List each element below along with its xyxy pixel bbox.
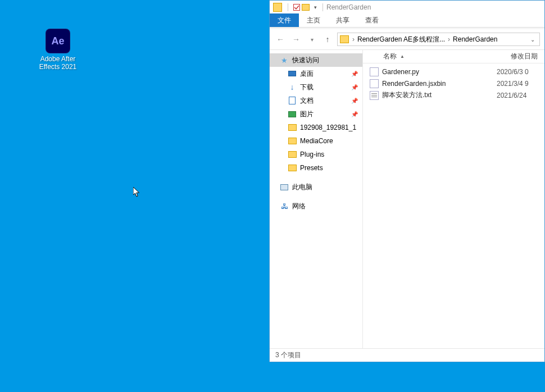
download-icon: ↓ <box>288 83 297 92</box>
sidebar-item-label: 此电脑 <box>292 183 312 192</box>
sidebar-item-label: Presets <box>300 164 323 172</box>
desktop-shortcut-ae[interactable]: Ae Adobe After Effects 2021 <box>35 29 81 71</box>
history-dropdown[interactable]: ▾ <box>306 33 318 45</box>
pin-icon: 📌 <box>351 111 358 117</box>
picture-icon <box>288 110 297 118</box>
file-name: RenderGarden.jsxbin <box>382 80 497 88</box>
tab-view[interactable]: 查看 <box>357 13 387 27</box>
sidebar-item-desktop[interactable]: 桌面 📌 <box>270 67 362 80</box>
sidebar-item-folder[interactable]: Presets <box>270 161 362 175</box>
window-titlebar[interactable]: ▾ RenderGarden <box>270 1 544 13</box>
file-row[interactable]: RenderGarden.jsxbin 2021/3/4 9 <box>363 78 544 89</box>
sidebar-item-label: MediaCore <box>300 137 333 145</box>
file-list-pane: 名称 ▲ 修改日期 Gardener.py 2020/6/3 0 RenderG… <box>363 50 544 348</box>
file-row[interactable]: 脚本安装方法.txt 2021/6/24 <box>363 89 544 101</box>
pin-icon: 📌 <box>351 84 358 90</box>
sidebar-item-label: 网络 <box>292 202 306 211</box>
sidebar-item-folder[interactable]: 192908_192981_19 <box>270 121 362 134</box>
window-title: RenderGarden <box>326 3 371 11</box>
sidebar-item-downloads[interactable]: ↓ 下载 📌 <box>270 80 362 94</box>
folder-icon <box>288 136 297 145</box>
sidebar-item-label: 图片 <box>300 110 314 119</box>
breadcrumb-segment[interactable]: RenderGarden AE多线程渲... <box>356 35 447 44</box>
sidebar-item-label: Plug-ins <box>300 151 324 158</box>
back-button[interactable]: ← <box>274 33 287 45</box>
desktop-icon <box>288 69 297 78</box>
sidebar-item-folder[interactable]: Plug-ins <box>270 148 362 161</box>
chevron-down-icon[interactable]: ⌄ <box>528 37 537 43</box>
file-icon <box>370 79 379 88</box>
status-bar: 3 个项目 <box>270 348 544 362</box>
folder-icon <box>273 3 282 12</box>
folder-icon <box>340 35 349 43</box>
status-text: 3 个项目 <box>275 350 301 360</box>
sidebar-item-quickaccess[interactable]: ★ 快速访问 <box>270 53 362 67</box>
sidebar-item-folder[interactable]: MediaCore <box>270 134 362 148</box>
folder-icon[interactable] <box>302 4 310 11</box>
file-name: 脚本安装方法.txt <box>382 90 497 100</box>
up-button[interactable]: ↑ <box>321 33 334 45</box>
file-date: 2021/3/4 9 <box>497 80 544 88</box>
desktop-shortcut-label: Adobe After Effects 2021 <box>35 55 81 71</box>
navigation-pane: ★ 快速访问 桌面 📌 ↓ 下载 📌 文档 📌 图片 📌 <box>270 50 363 348</box>
navigation-bar: ← → ▾ ↑ › RenderGarden AE多线程渲... › Rende… <box>270 29 544 49</box>
chevron-right-icon[interactable]: › <box>351 35 356 43</box>
pc-icon <box>280 183 289 192</box>
tab-file[interactable]: 文件 <box>270 13 299 27</box>
sidebar-item-label: 下载 <box>300 83 314 92</box>
file-date: 2020/6/3 0 <box>497 68 544 76</box>
mouse-cursor-icon <box>133 187 142 198</box>
sidebar-item-label: 桌面 <box>300 69 314 79</box>
sort-asc-icon: ▲ <box>400 54 405 59</box>
ribbon-tabs: 文件 主页 共享 查看 <box>270 13 544 27</box>
breadcrumb-segment[interactable]: RenderGarden <box>451 35 499 43</box>
sidebar-item-thispc[interactable]: 此电脑 <box>270 180 362 194</box>
checkbox-icon[interactable] <box>293 3 301 11</box>
tab-share[interactable]: 共享 <box>328 13 357 27</box>
chevron-down-icon[interactable]: ▾ <box>314 4 317 10</box>
tab-home[interactable]: 主页 <box>299 13 328 27</box>
folder-icon <box>288 150 297 159</box>
forward-button[interactable]: → <box>290 33 302 45</box>
folder-icon <box>288 163 297 172</box>
network-icon: 🖧 <box>280 202 289 211</box>
chevron-right-icon[interactable]: › <box>447 35 451 43</box>
sidebar-item-label: 192908_192981_19 <box>300 124 356 131</box>
column-header-name[interactable]: 名称 ▲ <box>363 52 504 61</box>
star-icon: ★ <box>280 56 289 65</box>
file-icon <box>370 67 379 76</box>
file-date: 2021/6/24 <box>497 92 544 99</box>
file-list: Gardener.py 2020/6/3 0 RenderGarden.jsxb… <box>363 63 544 348</box>
sidebar-item-label: 快速访问 <box>292 56 319 65</box>
column-headers: 名称 ▲ 修改日期 <box>363 50 544 63</box>
address-bar[interactable]: › RenderGarden AE多线程渲... › RenderGarden … <box>337 33 540 46</box>
sidebar-item-documents[interactable]: 文档 📌 <box>270 94 362 107</box>
file-explorer-window: ▾ RenderGarden 文件 主页 共享 查看 ← → ▾ ↑ › Ren… <box>269 0 545 362</box>
pin-icon: 📌 <box>351 71 358 77</box>
file-name: Gardener.py <box>382 68 497 76</box>
document-icon <box>288 96 297 105</box>
sidebar-item-network[interactable]: 🖧 网络 <box>270 199 362 213</box>
folder-icon <box>288 123 297 132</box>
pin-icon: 📌 <box>351 98 358 104</box>
sidebar-item-label: 文档 <box>300 96 314 106</box>
sidebar-item-pictures[interactable]: 图片 📌 <box>270 107 362 121</box>
file-row[interactable]: Gardener.py 2020/6/3 0 <box>363 66 544 78</box>
column-header-date[interactable]: 修改日期 <box>504 52 544 61</box>
ae-icon: Ae <box>46 29 70 53</box>
text-file-icon <box>370 91 379 100</box>
